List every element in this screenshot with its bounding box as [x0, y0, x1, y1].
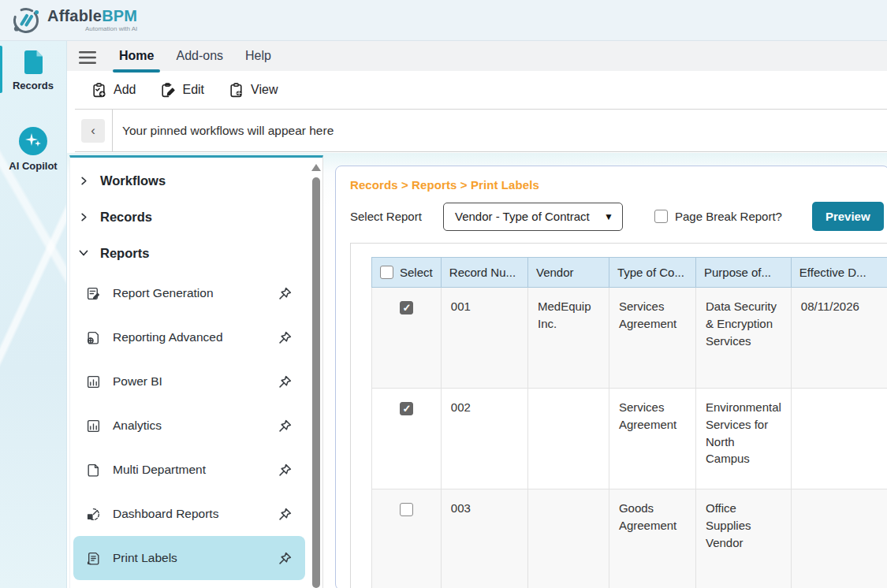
rail-item-ai-copilot[interactable]: AI Copilot — [0, 118, 66, 178]
scroll-up-arrow-icon[interactable] — [311, 164, 321, 171]
table-row-003: 003 Goods Agreement Office Supplies Vend… — [372, 489, 887, 588]
add-button[interactable]: Add — [91, 82, 136, 99]
menu-hamburger-icon[interactable] — [78, 50, 97, 65]
nav-item-label: Dashboard Reports — [113, 507, 218, 521]
cell-effective-date: 08/11/2026 — [791, 288, 887, 389]
nav-section-workflows[interactable]: Workflows — [70, 162, 310, 199]
nav-section-reports[interactable]: Reports — [70, 235, 310, 271]
nav-item-reporting-advanced[interactable]: Reporting Advanced — [73, 315, 305, 359]
cell-type-of-contract: Goods Agreement — [609, 489, 695, 588]
nav-section-records[interactable]: Records — [70, 199, 310, 235]
row-checkbox[interactable] — [400, 503, 413, 516]
nav-item-saved-report[interactable]: Saved Report — [73, 580, 305, 588]
nav-section-label: Reports — [100, 246, 149, 261]
nav-item-label: Print Labels — [113, 551, 177, 565]
column-header-vendor: Vendor — [528, 258, 609, 288]
pushpin-icon[interactable] — [278, 286, 293, 301]
tab-home[interactable]: Home — [108, 49, 165, 71]
nav-item-print-labels[interactable]: Print Labels — [73, 536, 305, 580]
dashboard-reports-icon — [86, 507, 101, 522]
pushpin-icon[interactable] — [278, 330, 293, 345]
column-header-select: Select — [372, 258, 442, 288]
menu-tabs: HomeAdd-onsHelp — [108, 49, 282, 71]
nav-item-report-generation[interactable]: Report Generation — [73, 271, 305, 315]
print-labels-panel: Records > Reports > Print Labels Select … — [335, 166, 887, 588]
brand-tagline: Automation with AI — [85, 26, 137, 32]
select-all-checkbox[interactable] — [380, 266, 393, 279]
pushpin-icon[interactable] — [278, 374, 293, 389]
rail-item-label: AI Copilot — [9, 160, 57, 172]
pushpin-icon[interactable] — [278, 507, 293, 522]
nav-item-dashboard-reports[interactable]: Dashboard Reports — [73, 492, 305, 536]
analytics-chart-icon — [86, 419, 101, 434]
cell-select — [372, 489, 442, 588]
cell-record-number: 003 — [441, 489, 527, 588]
records-document-icon — [20, 49, 46, 76]
tab-help[interactable]: Help — [234, 49, 282, 71]
nav-section-label: Records — [100, 210, 152, 225]
records-table-container: SelectRecord Nu...VendorType of Co...Pur… — [350, 243, 887, 588]
pinned-workflows-bar: ‹ Your pinned workflows will appear here — [75, 109, 887, 152]
reporting-advanced-icon — [86, 330, 101, 345]
cell-vendor: MedEquip Inc. — [528, 288, 609, 389]
row-checkbox[interactable] — [400, 301, 413, 314]
row-checkbox[interactable] — [400, 402, 413, 415]
nav-scrollbar[interactable] — [311, 164, 321, 588]
cell-purpose: Environmental Services for North Campus — [695, 389, 791, 489]
cell-vendor — [528, 489, 609, 588]
cell-purpose: Data Security & Encryption Services — [695, 288, 791, 389]
preview-button[interactable]: Preview — [812, 202, 884, 231]
page-break-checkbox[interactable] — [654, 210, 668, 223]
view-button[interactable]: View — [228, 82, 278, 99]
tab-add-ons[interactable]: Add-ons — [165, 49, 234, 71]
tool-button-label: View — [251, 83, 278, 97]
cell-select — [372, 288, 442, 389]
pushpin-icon[interactable] — [278, 419, 293, 434]
nav-item-label: Power BI — [113, 374, 162, 389]
nav-item-multi-department[interactable]: Multi Department — [73, 448, 305, 492]
collapse-pinned-button[interactable]: ‹ — [81, 119, 105, 143]
cell-type-of-contract: Services Agreement — [609, 288, 695, 389]
records-table: SelectRecord Nu...VendorType of Co...Pur… — [371, 257, 887, 588]
menubar: HomeAdd-onsHelp — [67, 41, 887, 71]
nav-item-analytics[interactable]: Analytics — [73, 404, 305, 448]
nav-section-label: Workflows — [100, 173, 166, 188]
pushpin-icon[interactable] — [278, 551, 293, 566]
rail-item-records[interactable]: Records — [0, 41, 66, 98]
table-row-002: 002 Services Agreement Environmental Ser… — [372, 389, 887, 489]
rail-item-label: Records — [13, 80, 54, 91]
nav-item-power-bi[interactable]: Power BI — [73, 359, 305, 404]
tool-button-label: Add — [114, 83, 136, 97]
chevron-right-icon — [78, 212, 89, 222]
cell-effective-date — [791, 489, 887, 588]
table-row-001: 001 MedEquip Inc. Services Agreement Dat… — [372, 288, 887, 389]
multi-department-document-icon — [86, 463, 101, 478]
ai-copilot-sparkle-icon — [18, 126, 48, 156]
report-select-dropdown[interactable]: Vendor - Type of Contract ▼ — [443, 203, 623, 231]
scrollbar-thumb[interactable] — [312, 177, 320, 588]
reports-nav-panel: WorkflowsRecordsReports Report Generatio… — [69, 155, 323, 588]
page-break-option[interactable]: Page Break Report? — [654, 210, 782, 223]
cell-record-number: 002 — [441, 389, 527, 489]
pushpin-icon[interactable] — [278, 463, 293, 478]
nav-item-label: Analytics — [113, 419, 162, 433]
breadcrumb: Records > Reports > Print Labels — [350, 178, 887, 192]
print-labels-icon — [86, 551, 101, 566]
power-bi-chart-icon — [86, 374, 101, 389]
pinned-workflows-message: Your pinned workflows will appear here — [113, 124, 334, 138]
report-generation-icon — [86, 286, 101, 301]
cell-record-number: 001 — [441, 288, 527, 389]
nav-item-label: Reporting Advanced — [113, 330, 223, 344]
select-report-label: Select Report — [350, 210, 443, 223]
app-header: AffableBPM Automation with AI — [0, 0, 887, 41]
report-select-value: Vendor - Type of Contract — [455, 210, 590, 223]
cell-effective-date — [791, 389, 887, 489]
workspace: WorkflowsRecordsReports Report Generatio… — [67, 153, 887, 588]
tool-button-label: Edit — [182, 83, 204, 97]
edit-button[interactable]: Edit — [159, 82, 204, 99]
page-break-label: Page Break Report? — [675, 210, 782, 223]
cell-type-of-contract: Services Agreement — [609, 389, 695, 489]
record-toolbar: AddEditView — [75, 71, 887, 109]
view-record-icon — [228, 82, 244, 99]
column-header-label: Select — [400, 266, 433, 279]
